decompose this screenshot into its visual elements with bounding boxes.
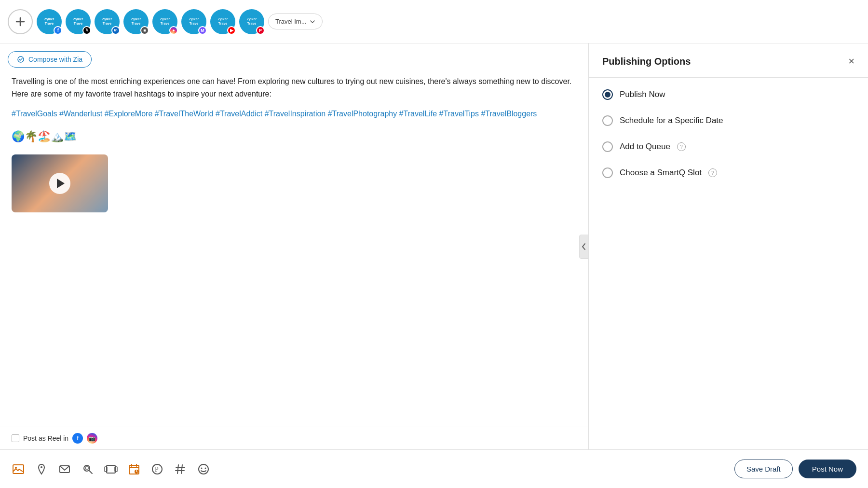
close-panel-button[interactable]: ×	[848, 55, 854, 68]
yt-badge: ▶	[227, 26, 236, 35]
chevron-left-icon	[582, 243, 586, 251]
play-button[interactable]	[49, 173, 70, 194]
collapse-panel-button[interactable]	[579, 235, 588, 259]
svg-text:P: P	[155, 466, 159, 473]
svg-line-20	[177, 465, 178, 474]
main-layout: Compose with Zia Travelling is one of th…	[0, 43, 868, 449]
pt-badge: P	[256, 26, 265, 35]
account-yt[interactable]: ZylkerTrave ▶	[210, 9, 235, 34]
svg-rect-10	[107, 465, 115, 473]
account-tw[interactable]: ZylkerTrave 𝕏	[66, 9, 91, 34]
left-panel: Compose with Zia Travelling is one of th…	[0, 43, 588, 449]
radio-inner-publish-now	[605, 92, 610, 98]
post-text: Travelling is one of the most enriching …	[12, 75, 577, 100]
toolbar-left: P	[12, 462, 210, 476]
bk-badge: ■	[140, 26, 149, 35]
add-queue-info-icon[interactable]: ?	[677, 142, 686, 151]
channel-label: Travel Im...	[275, 18, 307, 25]
account-pt[interactable]: ZylkerTrave P	[239, 9, 264, 34]
post-now-button[interactable]: Post Now	[799, 460, 856, 478]
toolbar-right: Save Draft Post Now	[734, 460, 856, 478]
top-bar: ZylkerTrave f ZylkerTrave 𝕏 ZylkerTrave …	[0, 0, 868, 43]
video-thumbnail[interactable]	[12, 154, 108, 212]
zia-icon	[17, 56, 25, 63]
li-badge: in	[111, 26, 120, 35]
image-upload-icon[interactable]	[12, 462, 25, 476]
chevron-down-icon	[310, 19, 315, 25]
smartq-slot-label: Choose a SmartQ Slot	[620, 168, 702, 178]
account-fb[interactable]: ZylkerTrave f	[37, 9, 62, 34]
channel-dropdown[interactable]: Travel Im...	[268, 14, 323, 29]
svg-point-26	[205, 467, 206, 469]
svg-rect-11	[105, 467, 107, 472]
reel-checkbox[interactable]	[12, 434, 19, 442]
svg-point-25	[201, 467, 203, 469]
panel-title: Publishing Options	[602, 56, 691, 67]
reel-ig-icon: 📷	[87, 433, 97, 444]
emoji-icon[interactable]	[197, 462, 210, 476]
compose-with-zia-button[interactable]: Compose with Zia	[8, 51, 92, 68]
account-bk[interactable]: ZylkerTrave ■	[123, 9, 149, 34]
account-ms[interactable]: ZylkerTrave M	[181, 9, 206, 34]
mention-icon[interactable]	[58, 462, 71, 476]
pinterest-icon[interactable]: P	[150, 462, 164, 476]
publish-now-label: Publish Now	[620, 90, 665, 99]
post-emojis: 🌍🌴🏖️🏔️🗺️	[12, 128, 577, 145]
option-smartq-slot[interactable]: Choose a SmartQ Slot ?	[602, 167, 854, 178]
account-li[interactable]: ZylkerTrave in	[95, 9, 120, 34]
add-account-button[interactable]	[8, 9, 33, 34]
radio-publish-now[interactable]	[602, 89, 613, 100]
svg-rect-12	[115, 467, 117, 472]
svg-point-5	[41, 466, 42, 468]
ig-badge: ●	[169, 26, 178, 35]
radio-add-queue[interactable]	[602, 141, 613, 152]
smartq-slot-info-icon[interactable]: ?	[708, 168, 717, 177]
image-search-icon[interactable]	[81, 462, 95, 476]
reel-bar: Post as Reel in f 📷	[0, 427, 588, 449]
option-add-queue[interactable]: Add to Queue ?	[602, 141, 854, 152]
schedule-date-label: Schedule for a Specific Date	[620, 116, 723, 125]
post-content-area: Travelling is one of the most enriching …	[0, 75, 588, 427]
publishing-options-panel: Publishing Options × Publish Now Schedul…	[588, 43, 868, 449]
option-schedule-date[interactable]: Schedule for a Specific Date	[602, 115, 854, 126]
tw-badge: 𝕏	[82, 26, 91, 35]
save-draft-button[interactable]: Save Draft	[734, 460, 793, 478]
svg-rect-9	[85, 467, 88, 469]
publishing-options-list: Publish Now Schedule for a Specific Date…	[589, 78, 868, 190]
option-publish-now[interactable]: Publish Now	[602, 89, 854, 100]
reel-fb-icon: f	[72, 433, 83, 444]
svg-rect-3	[13, 465, 24, 474]
reel-label: Post as Reel in	[23, 434, 68, 442]
svg-line-21	[181, 465, 182, 474]
radio-schedule-date[interactable]	[602, 115, 613, 126]
ms-badge: M	[198, 26, 207, 35]
svg-line-8	[89, 470, 93, 474]
svg-point-24	[199, 464, 208, 474]
schedule-icon[interactable]	[127, 462, 141, 476]
radio-smartq-slot[interactable]	[602, 167, 613, 178]
compose-label: Compose with Zia	[28, 56, 82, 63]
add-queue-label: Add to Queue	[620, 142, 670, 152]
panel-header: Publishing Options ×	[589, 43, 868, 78]
hashtag-icon[interactable]	[174, 462, 187, 476]
carousel-icon[interactable]	[104, 462, 118, 476]
fb-badge: f	[54, 26, 62, 35]
bottom-toolbar: P Save Draft Post Now	[0, 449, 868, 488]
location-icon[interactable]	[35, 462, 48, 476]
account-ig[interactable]: ZylkerTrave ●	[152, 9, 177, 34]
post-hashtags: #TravelGoals #Wanderlust #ExploreMore #T…	[12, 108, 577, 120]
